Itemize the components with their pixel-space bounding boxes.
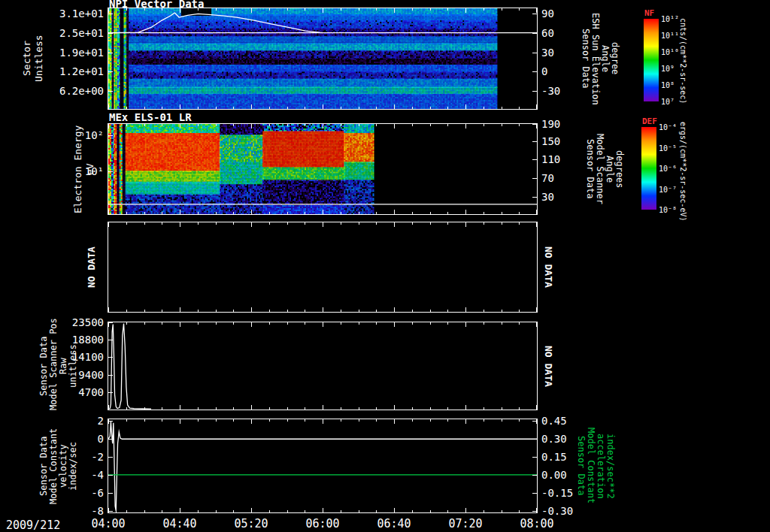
tick-label: 08:00 (520, 517, 553, 530)
nf-colorbar-units: cnts/(cm**2-sr-sec) (679, 14, 687, 108)
panel-velocity (108, 419, 538, 513)
tick-label: 1.2e+01 (59, 65, 104, 77)
tick-label: 10⁻⁶ (659, 165, 677, 173)
panel3-no-data-right-label: NO DATA (543, 222, 554, 313)
tick-label: 0 (541, 65, 547, 77)
panel2-y2label: Sensor Data Model Scanner Angle degrees (585, 123, 624, 215)
panel5-ylabel: Sensor Data Model Constant velocity inde… (39, 419, 78, 513)
tick-label: -2 (91, 451, 104, 463)
tick-label: 1.9e+01 (59, 47, 104, 59)
tick-label: 2 (98, 415, 104, 427)
x-axis-date-label: 2009/212 (6, 518, 60, 532)
panel-els-spectrogram (108, 123, 538, 215)
tick-label: -8 (91, 505, 104, 517)
tick-label: 07:20 (448, 517, 482, 530)
tick-label: 150 (541, 135, 560, 147)
tick-label: 04:40 (162, 517, 196, 530)
no-data-canvas (108, 222, 537, 312)
tick-label: 10⁻⁵ (659, 144, 677, 152)
tick-label: 10⁻⁷ (659, 185, 677, 193)
tick-label: 04:00 (91, 517, 125, 530)
tick-label: 10⁻⁴ (659, 123, 677, 131)
tick-label: 4700 (78, 386, 104, 398)
npi-spectrogram-canvas (108, 8, 537, 109)
tick-label: 3.1e+01 (59, 8, 104, 20)
nf-colorbar (644, 19, 659, 101)
panel4-no-data-right-label: NO DATA (543, 322, 554, 410)
tick-label: 10⁷ (661, 98, 675, 106)
tick-label: 10⁹ (661, 65, 675, 73)
tick-label: -0.15 (541, 487, 573, 499)
panel-no-data (108, 222, 538, 313)
panel3-no-data-left-label: NO DATA (86, 222, 98, 313)
nf-colorbar-title: NF (644, 8, 654, 18)
plot-page: NPI Vector Data MEx ELS-01 LR Sector Uni… (0, 0, 770, 532)
tick-label: 18800 (72, 334, 104, 346)
tick-label: 30 (541, 191, 554, 203)
tick-label: 0.00 (541, 469, 567, 481)
tick-label: 70 (541, 172, 554, 184)
scanner-pos-canvas (108, 322, 537, 410)
panel5-y2label: Sensor Data Model Constant acceleration … (576, 419, 615, 513)
tick-label: 190 (541, 118, 560, 130)
els-spectrogram-canvas (108, 124, 537, 214)
def-colorbar (641, 127, 656, 210)
velocity-canvas (108, 419, 537, 512)
tick-label: 10⁻⁸ (659, 206, 677, 214)
def-colorbar-title: DEF (642, 116, 657, 126)
tick-label: 06:00 (305, 517, 339, 530)
tick-label: 05:20 (234, 517, 268, 530)
tick-label: 60 (541, 27, 554, 39)
panel-scanner-pos (108, 322, 538, 410)
def-colorbar-units: ergs/(cm**2-sr-sec-eV) (679, 122, 687, 216)
panel1-y2label: Sensor Data ESH Sun Elevation Angle degr… (581, 8, 620, 110)
tick-label: 10⁸ (661, 81, 675, 89)
tick-label: 30 (541, 47, 554, 59)
tick-label: 2.5e+01 (59, 27, 104, 39)
tick-label: 10¹² (661, 15, 679, 23)
tick-label: 0.30 (541, 433, 567, 445)
tick-label: 10¹⁰ (661, 48, 679, 56)
tick-label: 9400 (78, 369, 104, 381)
tick-label: 90 (541, 8, 554, 20)
tick-label: 0 (98, 433, 104, 445)
tick-label: -6 (91, 487, 104, 499)
tick-label: 110 (541, 153, 560, 165)
panel1-ylabel: Sector Unitless (21, 8, 45, 110)
tick-label: 14100 (72, 351, 104, 363)
tick-label: 6.2e+00 (59, 85, 104, 97)
tick-label: -30 (541, 85, 560, 97)
tick-label: 0.45 (541, 415, 567, 427)
tick-label: 10¹ (85, 165, 104, 177)
tick-label: -4 (91, 469, 104, 481)
tick-label: 0.15 (541, 451, 567, 463)
tick-label: 10² (85, 129, 104, 141)
tick-label: 06:40 (377, 517, 411, 530)
tick-label: 10¹¹ (661, 32, 679, 40)
panel-npi-vector-spectrogram (108, 8, 538, 110)
panel2-title: MEx ELS-01 LR (109, 111, 192, 123)
tick-label: 23500 (72, 316, 104, 328)
tick-label: -0.30 (541, 505, 573, 517)
